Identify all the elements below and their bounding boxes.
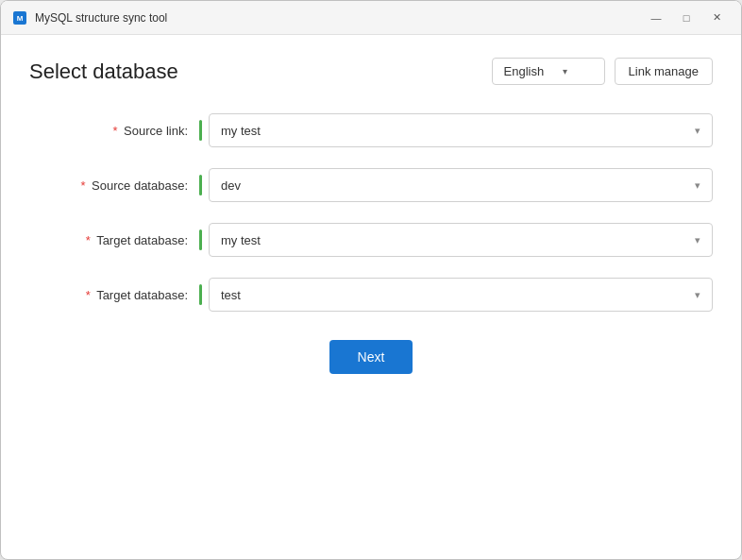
form-row-source-database: * Source database: dev ▾ <box>29 168 713 202</box>
target-database-label: * Target database: <box>29 288 199 302</box>
form-section: * Source link: my test ▾ * Source databa… <box>29 113 713 536</box>
chevron-down-icon: ▾ <box>695 179 700 192</box>
form-row-target-link: * Target database: my test ▾ <box>29 223 713 257</box>
header-actions: English ▾ Link manage <box>492 58 713 85</box>
source-database-value: dev <box>221 178 241 193</box>
source-database-area: dev ▾ <box>199 168 713 202</box>
required-indicator: * <box>112 124 117 138</box>
next-button[interactable]: Next <box>329 340 413 374</box>
accent-bar <box>199 229 202 250</box>
chevron-down-icon: ▾ <box>695 125 700 137</box>
form-row-source-link: * Source link: my test ▾ <box>29 113 713 147</box>
page-title: Select database <box>29 59 178 84</box>
chevron-down-icon: ▾ <box>695 289 700 301</box>
form-row-target-database: * Target database: test ▾ <box>29 278 713 312</box>
source-link-value: my test <box>221 124 261 138</box>
maximize-button[interactable]: □ <box>673 8 700 27</box>
next-button-row: Next <box>29 340 713 374</box>
chevron-down-icon: ▾ <box>563 66 567 76</box>
target-link-select[interactable]: my test ▾ <box>209 223 713 257</box>
source-database-select[interactable]: dev ▾ <box>209 168 713 202</box>
required-indicator: * <box>80 178 85 193</box>
target-link-label: * Target database: <box>29 233 199 247</box>
app-icon: M <box>12 10 27 25</box>
chevron-down-icon: ▾ <box>695 234 700 246</box>
source-database-label: * Source database: <box>29 178 199 193</box>
required-indicator: * <box>86 288 91 302</box>
target-link-area: my test ▾ <box>199 223 713 257</box>
main-content: Select database English ▾ Link manage * … <box>1 35 741 559</box>
header-row: Select database English ▾ Link manage <box>29 58 713 85</box>
titlebar: M MySQL structure sync tool — □ ✕ <box>1 1 741 35</box>
target-link-value: my test <box>221 233 261 247</box>
source-link-select[interactable]: my test ▾ <box>209 113 713 147</box>
required-indicator: * <box>86 233 91 247</box>
close-button[interactable]: ✕ <box>703 8 730 27</box>
source-link-label: * Source link: <box>29 124 199 138</box>
svg-text:M: M <box>17 14 24 23</box>
target-database-select[interactable]: test ▾ <box>209 278 713 312</box>
app-window: M MySQL structure sync tool — □ ✕ Select… <box>0 0 742 560</box>
accent-bar <box>199 120 202 141</box>
minimize-button[interactable]: — <box>643 8 669 27</box>
source-link-area: my test ▾ <box>199 113 713 147</box>
window-title: MySQL structure sync tool <box>35 11 643 25</box>
window-controls: — □ ✕ <box>643 8 730 27</box>
target-database-area: test ▾ <box>199 278 713 312</box>
accent-bar <box>199 284 202 305</box>
link-manage-button[interactable]: Link manage <box>615 58 713 85</box>
accent-bar <box>199 175 202 195</box>
language-label: English <box>504 64 545 78</box>
language-select[interactable]: English ▾ <box>492 58 605 85</box>
target-database-value: test <box>221 288 241 302</box>
